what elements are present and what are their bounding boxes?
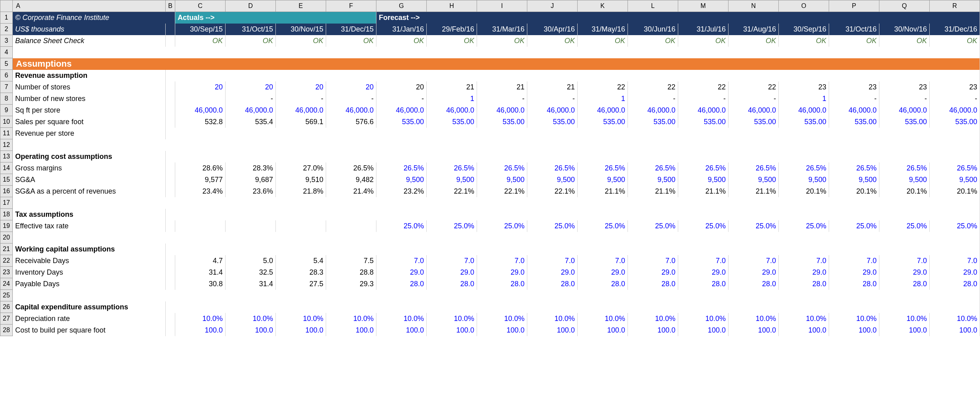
cell-value[interactable]: - [728,93,778,105]
cell-label[interactable]: Gross margins [13,162,166,174]
cell[interactable] [166,105,175,116]
cell-ok[interactable]: OK [426,35,477,47]
cell-value[interactable]: 22.1% [477,186,527,197]
cell[interactable] [166,174,175,186]
row-15[interactable]: 15 SG&A 9,577 9,687 9,510 9,482 9,500 9,… [0,174,980,186]
col-header-R[interactable]: R [929,0,980,12]
cell-ok[interactable]: OK [275,35,326,47]
cell[interactable] [166,186,175,197]
cell-date[interactable]: 30/Sep/15 [175,24,225,35]
cell-value[interactable]: 21.1% [577,186,628,197]
cell-value[interactable]: 28.0 [527,278,577,290]
cell-value[interactable]: 10.0% [426,313,477,325]
cell-value[interactable]: 100.0 [929,325,980,336]
cell-value[interactable]: 100.0 [678,325,728,336]
cell-value[interactable]: 29.3 [326,278,376,290]
cell-value[interactable]: - [275,93,326,105]
cell-value[interactable]: 9,500 [628,174,678,186]
row-10[interactable]: 10 Sales per square foot 532.8 535.4 569… [0,116,980,128]
col-header-J[interactable]: J [527,0,577,12]
cell-value[interactable]: 9,500 [879,174,929,186]
row-20[interactable]: 20 [0,232,980,244]
cell-date[interactable]: 31/Dec/15 [326,24,376,35]
cell[interactable] [166,244,980,255]
cell-value[interactable]: 100.0 [728,325,778,336]
cell-value[interactable]: 100.0 [326,325,376,336]
cell-label[interactable]: Effective tax rate [13,220,166,232]
cell-value[interactable]: 10.0% [628,313,678,325]
row-header-14[interactable]: 14 [0,162,13,174]
cell-value[interactable]: 9,482 [326,174,376,186]
section-title-assumptions[interactable]: Assumptions [13,58,980,70]
cell-ok[interactable]: OK [175,35,225,47]
cell-value[interactable]: 46,000.0 [628,105,678,116]
cell-value[interactable]: 26.5% [426,162,477,174]
cell-value[interactable]: 100.0 [829,325,879,336]
cell-value[interactable]: 26.5% [376,162,426,174]
row-header-21[interactable]: 21 [0,244,13,255]
cell-value[interactable]: 31.4 [225,278,275,290]
row-17[interactable]: 17 [0,197,980,209]
cell-value[interactable]: 10.0% [778,313,829,325]
cell-value[interactable]: 10.0% [477,313,527,325]
cell-value[interactable]: 25.0% [929,220,980,232]
cell-value[interactable]: 26.5% [577,162,628,174]
cell-value[interactable]: 26.5% [778,162,829,174]
cell-value[interactable]: 21.1% [678,186,728,197]
cell-value[interactable]: 535.00 [678,116,728,128]
row-19[interactable]: 19 Effective tax rate 25.0% 25.0% 25.0% … [0,220,980,232]
cell-value[interactable]: 9,500 [426,174,477,186]
cell-value[interactable]: 28.6% [175,162,225,174]
row-header-13[interactable]: 13 [0,151,13,162]
cell-value[interactable]: 23 [778,81,829,93]
cell-value[interactable]: 27.5 [275,278,326,290]
row-18[interactable]: 18 Tax assumptions [0,209,980,220]
cell-value[interactable]: 28.0 [728,278,778,290]
cell-ok[interactable]: OK [829,35,879,47]
cell-value[interactable]: 23 [929,81,980,93]
cell-value[interactable]: 46,000.0 [929,105,980,116]
cell-value[interactable]: 9,500 [778,174,829,186]
col-header-H[interactable]: H [426,0,477,12]
col-header-E[interactable]: E [275,0,326,12]
cell-value[interactable]: 25.0% [577,220,628,232]
cell-value[interactable]: - [879,93,929,105]
cell-value[interactable]: 22.1% [426,186,477,197]
cell-value[interactable]: 28.0 [477,278,527,290]
cell-value[interactable]: - [929,93,980,105]
row-3[interactable]: 3 Balance Sheet Check OK OK OK OK OK OK … [0,35,980,47]
cell-value[interactable]: 20 [175,81,225,93]
cell-units-label[interactable]: US$ thousands [13,24,166,35]
cell-value[interactable]: 26.5% [628,162,678,174]
cell-value[interactable]: 46,000.0 [225,105,275,116]
cell-value[interactable]: 28.8 [326,267,376,278]
cell-label[interactable]: Sales per square foot [13,116,166,128]
cell-value[interactable]: 29.0 [527,267,577,278]
cell-value[interactable]: 30.8 [175,278,225,290]
cell[interactable] [166,81,175,93]
cell-ok[interactable]: OK [728,35,778,47]
cell-value[interactable]: 100.0 [477,325,527,336]
cell-value[interactable]: 25.0% [879,220,929,232]
col-header-C[interactable]: C [175,0,225,12]
cell-value[interactable]: 535.4 [225,116,275,128]
col-header-F[interactable]: F [326,0,376,12]
row-11[interactable]: 11 Revenue per store [0,128,980,139]
cell-value[interactable]: 31.4 [175,267,225,278]
cell-value[interactable]: 46,000.0 [728,105,778,116]
cell-date[interactable]: 30/Sep/16 [778,24,829,35]
col-header-D[interactable]: D [225,0,275,12]
cell-value[interactable]: 10.0% [175,313,225,325]
cell-value[interactable]: 10.0% [527,313,577,325]
cell[interactable] [166,255,175,267]
cell-value[interactable]: 100.0 [376,325,426,336]
cell-value[interactable]: 569.1 [275,116,326,128]
row-header-3[interactable]: 3 [0,35,13,47]
row-header-15[interactable]: 15 [0,174,13,186]
row-header-16[interactable]: 16 [0,186,13,197]
cell-value[interactable]: 9,500 [376,174,426,186]
cell-value[interactable]: 46,000.0 [527,105,577,116]
cell-value[interactable]: 535.00 [426,116,477,128]
cell-value[interactable]: 25.0% [426,220,477,232]
cell-value[interactable]: 21.8% [275,186,326,197]
